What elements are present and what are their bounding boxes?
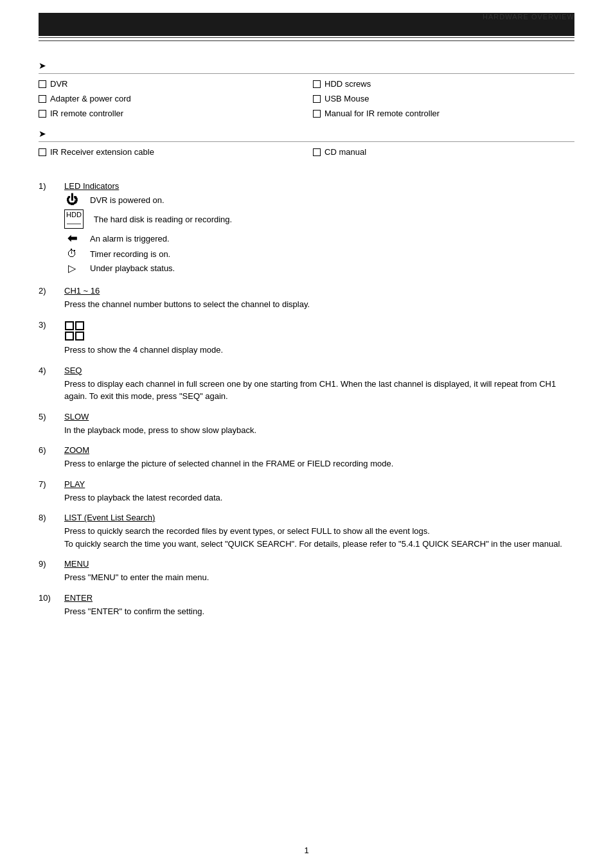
adapter-label: Adapter & power cord	[50, 94, 131, 103]
item-desc-9: Press "MENU" to enter the main menu.	[64, 571, 574, 584]
list-item: HDD screws	[313, 78, 574, 90]
item-content-3: Press to show the 4 channel display mode…	[64, 320, 574, 357]
alarm-icon: ⬅	[64, 231, 80, 245]
list-item: Adapter & power cord	[39, 93, 300, 105]
list-item: IR Receiver extension cable	[39, 146, 300, 158]
led-row-power: ⏻ DVR is powered on.	[64, 193, 574, 207]
led-power-text: DVR is powered on.	[90, 195, 164, 205]
item-content-4: SEQ Press to display each channel in ful…	[64, 366, 574, 403]
checkbox-usb	[313, 95, 321, 103]
svg-rect-2	[66, 332, 73, 340]
item-desc-10: Press "ENTER" to confirm the setting.	[64, 605, 574, 618]
checklist-section: ➤ DVR HDD screws Adapter & power cord US…	[39, 60, 574, 162]
list-item: IR remote controller	[39, 107, 300, 120]
cd-label: CD manual	[324, 147, 366, 157]
item-desc-7: Press to playback the latest recorded da…	[64, 492, 574, 504]
checkbox-dvr	[39, 80, 46, 88]
item-number-1: 1)	[39, 181, 57, 191]
led-row-alarm: ⬅ An alarm is triggered.	[64, 231, 574, 245]
item-title-5: SLOW	[64, 412, 574, 421]
item-title-9: MENU	[64, 559, 574, 569]
item-number-8: 8)	[39, 513, 57, 522]
optional-section: ➤ IR Receiver extension cable CD manual	[39, 128, 574, 162]
item-content-2: CH1 ~ 16 Press the channel number button…	[64, 286, 574, 311]
checkbox-ir	[39, 110, 46, 118]
numbered-item-4: 4) SEQ Press to display each channel in …	[39, 366, 574, 403]
item-number-6: 6)	[39, 445, 57, 455]
item-desc-3: Press to show the 4 channel display mode…	[64, 344, 574, 357]
item-number-9: 9)	[39, 559, 57, 569]
ir-ext-label: IR Receiver extension cable	[50, 147, 154, 157]
led-timer-text: Timer recording is on.	[90, 249, 170, 259]
divider-top	[39, 37, 574, 38]
numbered-item-7: 7) PLAY Press to playback the latest rec…	[39, 479, 574, 504]
ir-label: IR remote controller	[50, 109, 123, 118]
checkbox-ir-ext	[39, 148, 46, 156]
item-title-2: CH1 ~ 16	[64, 286, 574, 296]
item-desc-8: Press to quickly search the recorded fil…	[64, 525, 574, 550]
item-number-10: 10)	[39, 593, 57, 603]
hdd-icon: HDD——	[64, 209, 84, 229]
item-title-10: ENTER	[64, 593, 574, 603]
item-content-9: MENU Press "MENU" to enter the main menu…	[64, 559, 574, 584]
item-desc-4: Press to display each channel in full sc…	[64, 378, 574, 403]
top-label: HARDWARE OVERVIEW	[483, 13, 574, 21]
checkbox-hdd	[313, 80, 321, 88]
hdd-label: HDD screws	[324, 79, 371, 89]
item-number-5: 5)	[39, 412, 57, 421]
included-grid: DVR HDD screws Adapter & power cord USB …	[39, 73, 574, 123]
item-desc-2: Press the channel number buttons to sele…	[64, 298, 574, 311]
power-icon: ⏻	[64, 193, 80, 207]
item-number-3: 3)	[39, 320, 57, 330]
numbered-item-8: 8) LIST (Event List Search) Press to qui…	[39, 513, 574, 550]
divider-top2	[39, 40, 574, 41]
item-desc-6: Press to enlarge the picture of selected…	[64, 457, 574, 470]
led-play-text: Under playback status.	[90, 263, 175, 273]
optional-grid: IR Receiver extension cable CD manual	[39, 141, 574, 162]
led-alarm-text: An alarm is triggered.	[90, 234, 170, 244]
numbered-item-3: 3) Press to show the 4 channel display m…	[39, 320, 574, 357]
numbered-item-9: 9) MENU Press "MENU" to enter the main m…	[39, 559, 574, 584]
numbered-item-6: 6) ZOOM Press to enlarge the picture of …	[39, 445, 574, 470]
checkbox-manual-ir	[313, 110, 321, 118]
item-title-4: SEQ	[64, 366, 574, 375]
item-desc-5: In the playback mode, press to show slow…	[64, 424, 574, 437]
dvr-label: DVR	[50, 79, 67, 89]
numbered-item-10: 10) ENTER Press "ENTER" to confirm the s…	[39, 593, 574, 618]
numbered-section: 1) LED Indicators ⏻ DVR is powered on. H…	[39, 181, 574, 617]
item-title-7: PLAY	[64, 479, 574, 489]
svg-rect-1	[76, 322, 84, 330]
list-item: USB Mouse	[313, 93, 574, 105]
usb-label: USB Mouse	[324, 94, 369, 103]
play-icon: ▷	[64, 262, 80, 274]
item-title-6: ZOOM	[64, 445, 574, 455]
svg-rect-3	[76, 332, 84, 340]
page-number: 1	[304, 846, 308, 855]
numbered-item-5: 5) SLOW In the playback mode, press to s…	[39, 412, 574, 437]
led-hdd-text: The hard disk is reading or recording.	[94, 215, 232, 224]
item-content-10: ENTER Press "ENTER" to confirm the setti…	[64, 593, 574, 618]
optional-arrow: ➤	[39, 128, 574, 139]
item-number-4: 4)	[39, 366, 57, 375]
led-row-play: ▷ Under playback status.	[64, 262, 574, 274]
led-row-timer: ⏱ Timer recording is on.	[64, 248, 574, 260]
item-title-large-3	[64, 320, 574, 341]
item-number-2: 2)	[39, 286, 57, 296]
item-content-6: ZOOM Press to enlarge the picture of sel…	[64, 445, 574, 470]
numbered-item-2: 2) CH1 ~ 16 Press the channel number but…	[39, 286, 574, 311]
list-item: DVR	[39, 78, 300, 90]
item-content-7: PLAY Press to playback the latest record…	[64, 479, 574, 504]
item-number-7: 7)	[39, 479, 57, 489]
checkbox-cd	[313, 148, 321, 156]
list-item: CD manual	[313, 146, 574, 158]
included-arrow: ➤	[39, 60, 574, 71]
svg-rect-0	[66, 322, 73, 330]
item-content-5: SLOW In the playback mode, press to show…	[64, 412, 574, 437]
manual-ir-label: Manual for IR remote controller	[324, 109, 440, 118]
led-row-hdd: HDD—— The hard disk is reading or record…	[64, 209, 574, 229]
list-item: Manual for IR remote controller	[313, 107, 574, 120]
item-title-8: LIST (Event List Search)	[64, 513, 574, 522]
item-content-8: LIST (Event List Search) Press to quickl…	[64, 513, 574, 550]
numbered-item-1: 1) LED Indicators ⏻ DVR is powered on. H…	[39, 181, 574, 277]
item-content-1: LED Indicators ⏻ DVR is powered on. HDD—…	[64, 181, 574, 277]
